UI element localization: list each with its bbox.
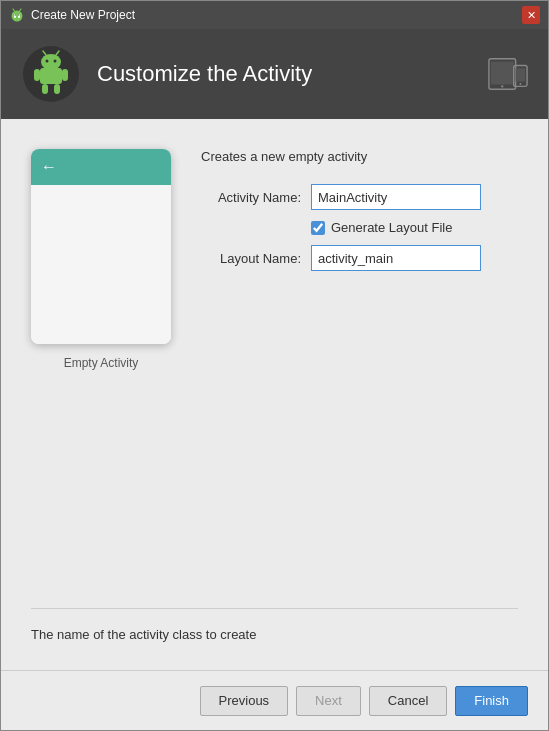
finish-button[interactable]: Finish bbox=[455, 686, 528, 716]
header-banner: Customize the Activity bbox=[1, 29, 548, 119]
svg-point-5 bbox=[15, 14, 16, 15]
tablet-phone-icon bbox=[488, 57, 528, 91]
activity-name-row: Activity Name: bbox=[201, 184, 518, 210]
device-icon bbox=[488, 58, 528, 90]
svg-rect-16 bbox=[42, 84, 48, 94]
svg-point-9 bbox=[41, 54, 61, 70]
header-title: Customize the Activity bbox=[97, 61, 472, 87]
generate-layout-label: Generate Layout File bbox=[331, 220, 452, 235]
next-button: Next bbox=[296, 686, 361, 716]
titlebar: Create New Project ✕ bbox=[1, 1, 548, 29]
svg-rect-17 bbox=[54, 84, 60, 94]
status-text: The name of the activity class to create bbox=[31, 619, 518, 650]
svg-rect-22 bbox=[516, 68, 526, 81]
svg-rect-19 bbox=[491, 62, 514, 85]
divider bbox=[31, 608, 518, 609]
layout-name-label: Layout Name: bbox=[201, 251, 311, 266]
previous-button[interactable]: Previous bbox=[200, 686, 289, 716]
svg-point-11 bbox=[54, 60, 57, 63]
generate-layout-row: Generate Layout File bbox=[201, 220, 518, 235]
android-studio-logo bbox=[21, 44, 81, 104]
main-content: ← Empty Activity Creates a new empty act… bbox=[1, 119, 548, 670]
android-small-icon bbox=[9, 7, 25, 23]
svg-rect-8 bbox=[40, 68, 62, 84]
layout-name-input[interactable] bbox=[311, 245, 481, 271]
svg-line-4 bbox=[20, 9, 22, 11]
layout-name-row: Layout Name: bbox=[201, 245, 518, 271]
close-icon: ✕ bbox=[527, 9, 536, 22]
cancel-button[interactable]: Cancel bbox=[369, 686, 447, 716]
svg-point-6 bbox=[18, 14, 19, 15]
description-text: Creates a new empty activity bbox=[201, 149, 518, 164]
svg-rect-15 bbox=[62, 69, 68, 81]
svg-point-20 bbox=[501, 85, 503, 87]
generate-layout-checkbox[interactable] bbox=[311, 221, 325, 235]
close-button[interactable]: ✕ bbox=[522, 6, 540, 24]
activity-name-label: Activity Name: bbox=[201, 190, 311, 205]
svg-point-10 bbox=[46, 60, 49, 63]
svg-point-0 bbox=[12, 11, 23, 22]
phone-preview-label: Empty Activity bbox=[64, 356, 139, 370]
phone-preview-area: ← Empty Activity bbox=[31, 149, 171, 370]
phone-body bbox=[31, 185, 171, 344]
form-area: Creates a new empty activity Activity Na… bbox=[201, 149, 518, 281]
activity-name-input[interactable] bbox=[311, 184, 481, 210]
window: Create New Project ✕ bbox=[0, 0, 549, 731]
svg-rect-14 bbox=[34, 69, 40, 81]
back-arrow-icon: ← bbox=[41, 158, 57, 176]
svg-line-3 bbox=[13, 9, 15, 11]
titlebar-title: Create New Project bbox=[9, 7, 135, 23]
footer: Previous Next Cancel Finish bbox=[1, 670, 548, 730]
content-row: ← Empty Activity Creates a new empty act… bbox=[31, 149, 518, 370]
phone-toolbar: ← bbox=[31, 149, 171, 185]
phone-mockup: ← bbox=[31, 149, 171, 344]
titlebar-title-text: Create New Project bbox=[31, 8, 135, 22]
svg-point-23 bbox=[519, 83, 521, 85]
